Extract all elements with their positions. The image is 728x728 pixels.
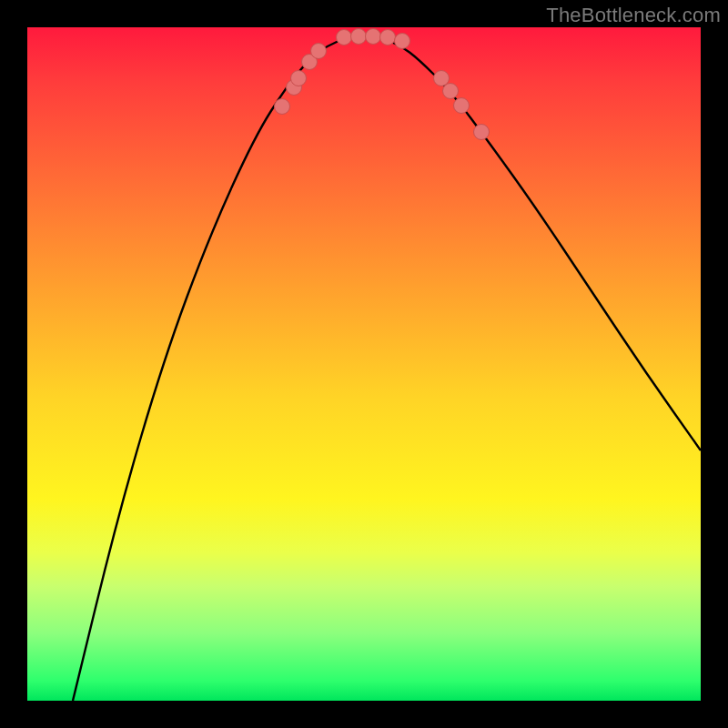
watermark-text: TheBottleneck.com — [546, 4, 721, 27]
data-point-floor-5 — [395, 34, 410, 49]
data-point-right-band-3 — [454, 98, 470, 114]
data-point-floor-3 — [366, 29, 381, 45]
data-point-right-band-4 — [474, 125, 490, 140]
chart-frame: TheBottleneck.com — [0, 0, 728, 728]
data-point-right-band-1 — [434, 71, 450, 86]
bottleneck-curve — [73, 37, 701, 702]
data-point-right-band-2 — [443, 84, 459, 99]
curve-layer — [27, 27, 701, 701]
data-points — [275, 29, 490, 140]
data-point-floor-2 — [351, 29, 367, 45]
data-point-floor-4 — [380, 30, 396, 46]
data-point-floor-1 — [337, 30, 352, 46]
data-point-left-band-1 — [275, 99, 290, 115]
data-point-left-band-3 — [291, 71, 307, 86]
data-point-left-band-5 — [311, 44, 327, 59]
